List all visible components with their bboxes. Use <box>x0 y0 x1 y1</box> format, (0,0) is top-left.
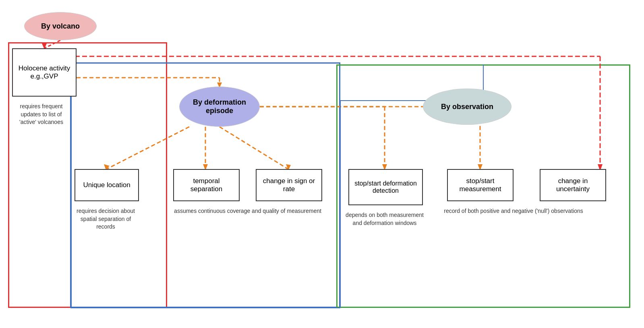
stop-start-def-label: stop/start deformation detection <box>352 180 419 194</box>
note-temporal-change: assumes continuous coverage and quality … <box>171 207 324 215</box>
box-change-sign: change in sign or rate <box>256 169 322 201</box>
note-stop-start-def-text: depends on both measurement and deformat… <box>346 212 424 226</box>
change-sign-label: change in sign or rate <box>260 177 318 193</box>
note-unique-text: requires decision about spatial separati… <box>77 208 135 230</box>
note-stop-start-def: depends on both measurement and deformat… <box>342 211 427 227</box>
box-stop-start-def: stop/start deformation detection <box>348 169 423 205</box>
note-temporal-change-text: assumes continuous coverage and quality … <box>174 208 321 214</box>
holocene-label: Holocene activity e.g.,GVP <box>16 64 72 80</box>
change-uncertainty-label: change in uncertainty <box>544 177 602 193</box>
note-stop-start-obs: record of both positive and negative ('n… <box>441 207 586 215</box>
observation-label: By observation <box>441 103 493 111</box>
temporal-label: temporal separation <box>177 177 236 193</box>
box-stop-start-meas: stop/start measurement <box>447 169 514 201</box>
diagram-container: By volcano By deformation episode By obs… <box>0 0 644 328</box>
note-holocene-text: requires frequent updates to list of 'ac… <box>19 103 63 125</box>
ellipse-volcano: By volcano <box>24 12 97 40</box>
unique-label: Unique location <box>83 181 130 189</box>
box-temporal: temporal separation <box>173 169 240 201</box>
note-unique: requires decision about spatial separati… <box>72 207 139 231</box>
box-unique: Unique location <box>75 169 139 201</box>
ellipse-observation: By observation <box>423 89 511 125</box>
note-holocene: requires frequent updates to list of 'ac… <box>12 103 70 126</box>
stop-start-meas-label: stop/start measurement <box>451 177 509 193</box>
volcano-label: By volcano <box>41 22 80 31</box>
box-change-uncertainty: change in uncertainty <box>540 169 606 201</box>
ellipse-deformation: By deformation episode <box>179 87 260 127</box>
deformation-label: By deformation episode <box>180 98 259 115</box>
box-holocene: Holocene activity e.g.,GVP <box>12 48 77 97</box>
note-stop-start-obs-text: record of both positive and negative ('n… <box>444 208 583 214</box>
